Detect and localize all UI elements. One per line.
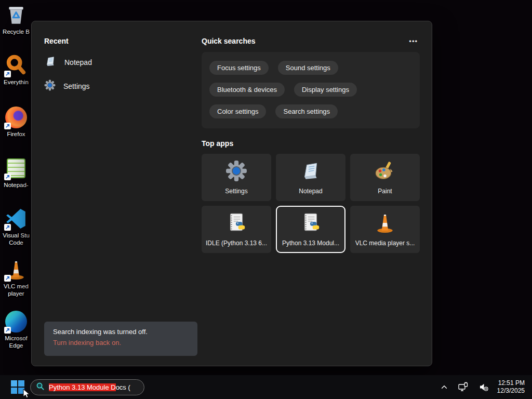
top-app-label: Paint [378, 188, 392, 195]
top-app-label: Notepad [299, 188, 322, 195]
vlc-cone-icon [4, 258, 29, 282]
everything-search-icon [4, 54, 29, 77]
desktop-icon-label: Recycle B [3, 28, 30, 35]
vlc-cone-icon [374, 212, 396, 236]
desktop-icon-label: Visual StuCode [3, 232, 30, 246]
notepad-icon [300, 160, 322, 184]
desktop-icon-label: Notepad- [4, 181, 28, 189]
desktop-icon-vlc[interactable]: VLC medplayer [0, 258, 32, 297]
top-app-idle-python[interactable]: IDLE (Python 3.13 6... [202, 206, 271, 253]
search-icon [36, 382, 45, 393]
desktop-icon-label: Everythin [4, 78, 29, 86]
turn-indexing-on-link[interactable]: Turn indexing back on. [53, 339, 189, 347]
desktop-icon-visual-studio-code[interactable]: Visual StuCode [0, 207, 32, 246]
shortcut-arrow-icon [4, 123, 11, 129]
recent-header: Recent [44, 37, 190, 45]
selected-query-text: Python 3.13 Module D [49, 383, 116, 391]
quick-search-display-settings[interactable]: Display settings [294, 83, 357, 97]
top-app-label: VLC media player s... [355, 240, 415, 247]
network-icon[interactable] [456, 380, 470, 394]
top-apps-grid: Settings Notepad [202, 154, 420, 253]
vscode-icon [4, 207, 29, 231]
recycle-bin-icon [4, 3, 29, 27]
desktop-icon-recycle-bin[interactable]: Recycle B [0, 3, 32, 35]
system-tray: 12:51 PM 12/3/2025 [439, 379, 525, 395]
clock-date: 12/3/2025 [497, 387, 525, 395]
indexing-notice-message: Search indexing was turned off. [53, 328, 189, 336]
top-app-python-module-docs[interactable]: Python 3.13 Modul... [276, 206, 345, 253]
quick-search-color-settings[interactable]: Color settings [209, 104, 266, 118]
taskbar-search-input[interactable]: Python 3.13 Module Docs ( [30, 379, 144, 395]
desktop-icon-firefox[interactable]: Firefox [0, 105, 32, 138]
shortcut-arrow-icon [4, 224, 11, 231]
settings-gear-icon [225, 160, 247, 184]
search-right-column: Quick searches ••• Focus settings Sound … [202, 37, 420, 253]
desktop-icon-label: Firefox [7, 130, 25, 138]
top-app-notepad[interactable]: Notepad [276, 154, 345, 201]
top-app-label: Settings [225, 188, 247, 195]
search-query-text: Python 3.13 Module Docs ( [49, 383, 130, 391]
recent-section: Recent Notepad [44, 37, 190, 94]
tray-overflow-chevron-icon[interactable] [439, 382, 449, 392]
taskbar: Python 3.13 Module Docs ( 12:51 PM 12/3/… [0, 375, 532, 399]
unselected-query-text: ocs ( [116, 383, 130, 391]
top-apps-header: Top apps [202, 139, 420, 148]
quick-search-focus-settings[interactable]: Focus settings [209, 61, 269, 75]
shortcut-arrow-icon [4, 71, 11, 77]
indexing-notice: Search indexing was turned off. Turn ind… [44, 322, 197, 356]
clock-time: 12:51 PM [497, 379, 525, 387]
python-doc-icon [300, 212, 322, 236]
top-app-label: IDLE (Python 3.13 6... [206, 240, 267, 247]
volume-muted-icon[interactable] [477, 380, 490, 394]
quick-search-sound-settings[interactable]: Sound settings [278, 61, 338, 75]
top-app-settings[interactable]: Settings [202, 154, 271, 201]
quick-searches-header: Quick searches [202, 37, 256, 45]
shortcut-arrow-icon [4, 174, 11, 180]
quick-search-search-settings[interactable]: Search settings [275, 104, 338, 118]
desktop-icon-label: VLC medplayer [4, 283, 29, 297]
recent-item-settings[interactable]: Settings [44, 78, 190, 94]
python-doc-icon [225, 212, 247, 236]
taskbar-clock[interactable]: 12:51 PM 12/3/2025 [497, 379, 525, 395]
top-app-paint[interactable]: Paint [350, 154, 420, 201]
recent-item-label: Notepad [64, 58, 92, 66]
quick-search-bluetooth-devices[interactable]: Bluetooth & devices [209, 83, 285, 97]
top-app-label: Python 3.13 Modul... [282, 240, 339, 247]
windows-logo-icon [11, 380, 24, 394]
notepad-plus-plus-icon [4, 156, 29, 180]
desktop-icon-label: MicrosofEdge [5, 335, 27, 349]
desktop-icon-notepad-plus-plus[interactable]: Notepad- [0, 156, 32, 189]
firefox-icon [4, 105, 29, 129]
desktop-icon-everything[interactable]: Everythin [0, 54, 32, 86]
shortcut-arrow-icon [4, 327, 11, 334]
paint-palette-icon [374, 160, 396, 184]
notepad-icon [44, 55, 57, 70]
edge-icon [4, 310, 29, 334]
recent-item-notepad[interactable]: Notepad [44, 55, 190, 70]
start-button[interactable] [9, 378, 26, 396]
top-app-vlc[interactable]: VLC media player s... [350, 206, 420, 253]
search-flyout: Recent Notepad [31, 21, 432, 366]
settings-gear-icon [44, 79, 56, 93]
desktop-icon-microsoft-edge[interactable]: MicrosofEdge [0, 310, 32, 349]
shortcut-arrow-icon [4, 275, 11, 282]
desktop-icon-column: Recycle B Everythin Firefox [0, 0, 32, 375]
quick-searches-card: Focus settings Sound settings Bluetooth … [202, 52, 420, 128]
more-options-icon[interactable]: ••• [407, 37, 420, 45]
recent-item-label: Settings [63, 82, 90, 90]
